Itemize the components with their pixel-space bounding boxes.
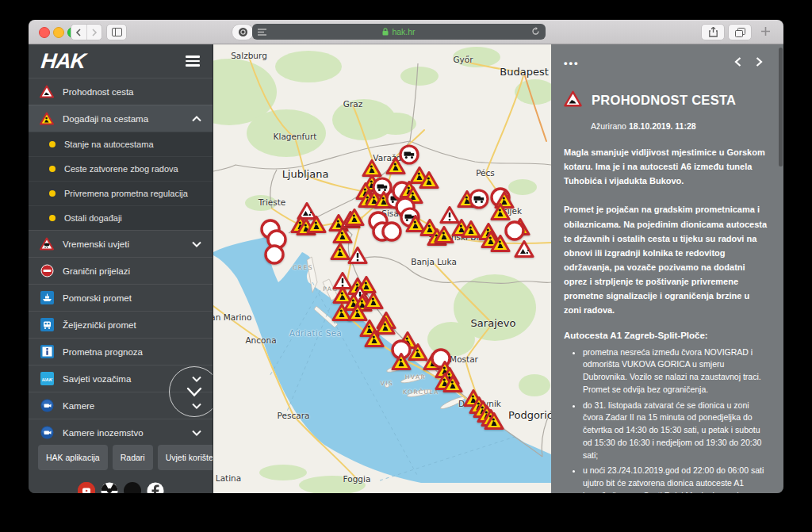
sidebar-subitem-label: Ostali događaji [64, 213, 122, 223]
sidebar-item-label: Prometna prognoza [63, 347, 201, 357]
prev-report-button[interactable] [734, 55, 741, 70]
radari-button[interactable]: Radari [113, 445, 153, 470]
map-marker-closure[interactable] [381, 221, 403, 246]
steering-wheel-icon[interactable] [101, 482, 118, 493]
tab-overview-button[interactable] [728, 24, 752, 40]
more-options-icon[interactable]: ••• [564, 57, 580, 69]
social-icons [29, 482, 213, 493]
scroll-down-circle-button[interactable] [169, 366, 213, 417]
train-icon [40, 318, 54, 332]
traffic-map[interactable]: SalzburgGyőrBudapestGrazKlagenfurtLjublj… [213, 44, 551, 493]
report-bullet: do 31. listopada zatvarat će se dionica … [583, 400, 769, 462]
report-panel: ••• PROHODNOST CESTA [551, 44, 783, 493]
sidebar-item-label: Vremenski uvjeti [63, 239, 183, 249]
sidebar-subitem-label: Privremena prometna regulacija [64, 189, 188, 198]
weather-warning-icon [40, 237, 54, 251]
url-text: hak.hr [392, 27, 415, 36]
map-marker-rockfall[interactable] [514, 239, 534, 262]
sidebar-item-label: Kamere inozemstvo [63, 428, 183, 438]
sidebar-item-zeljeznicki-promet[interactable]: Željeznički promet [29, 311, 213, 338]
reload-icon[interactable] [531, 25, 540, 39]
back-button[interactable] [71, 25, 87, 40]
sidebar-item-label: Događaji na cestama [63, 114, 183, 124]
sidebar-subitem-label: Ceste zatvorene zbog radova [64, 164, 178, 174]
sidebar-item-pomorski-promet[interactable]: Pomorski promet [29, 284, 213, 311]
map-marker-roadwork[interactable] [306, 215, 327, 237]
bullet-dot-icon [49, 166, 56, 172]
sidebar-subitem-privremena-regulacija[interactable]: Privremena prometna regulacija [29, 181, 213, 205]
extension-button[interactable] [232, 24, 254, 40]
panel-title: PROHODNOST CESTA [592, 93, 736, 108]
sidebar-subitem-ceste-zatvorene[interactable]: Ceste zatvorene zbog radova [29, 156, 213, 181]
map-marker-truck-ban[interactable] [399, 144, 420, 169]
map-marker-roadwork[interactable] [442, 374, 463, 396]
twitter-icon[interactable] [124, 482, 141, 493]
panel-scrollbar[interactable] [779, 48, 783, 166]
svg-text:HAK: HAK [42, 377, 53, 382]
chevron-down-icon [192, 239, 201, 249]
rockfall-warning-icon [40, 85, 54, 99]
map-marker-closure[interactable] [264, 244, 285, 269]
map-marker-truck-ban[interactable] [469, 189, 490, 213]
report-bullet: u noći 23./24.10.2019.god od 22:00 do 06… [583, 465, 769, 493]
intro-paragraph-2: Promet je pojačan na gradskim prometnica… [564, 202, 769, 317]
bullet-dot-icon [49, 141, 56, 147]
map-marker-warning[interactable] [347, 246, 368, 268]
browser-window: hak.hr HAK Proho [29, 20, 783, 493]
section-heading: Autocesta A1 Zagreb-Split-Ploče: [564, 331, 769, 340]
sidebar-submenu: Stanje na autocestama Ceste zatvorene zb… [29, 132, 213, 230]
camera-globe-icon [40, 399, 54, 413]
sidebar-toggle-button[interactable] [106, 24, 127, 40]
map-marker-roadwork[interactable] [344, 208, 365, 230]
sidebar-item-label: Željeznički promet [63, 320, 201, 330]
lock-icon [382, 28, 389, 36]
ship-icon [40, 291, 54, 305]
sidebar-item-label: Savjeti vozačima [63, 374, 183, 384]
roadwork-warning-icon [40, 112, 54, 126]
next-report-button[interactable] [756, 55, 763, 70]
map-marker-roadwork[interactable] [484, 411, 504, 434]
address-bar[interactable]: hak.hr [252, 24, 546, 40]
hak-app-button[interactable]: HAK aplikacija [38, 445, 108, 470]
share-button[interactable] [701, 24, 725, 40]
bullet-dot-icon [49, 190, 56, 197]
sidebar: HAK Prohodnost cesta Događaji na cestama [29, 44, 213, 493]
hak-logo[interactable]: HAK [40, 49, 86, 74]
sidebar-item-prohodnost-cesta[interactable]: Prohodnost cesta [29, 78, 213, 105]
youtube-icon[interactable] [78, 482, 95, 493]
sidebar-subitem-label: Stanje na autocestama [64, 140, 154, 149]
updated-timestamp: Ažurirano18.10.2019. 11:28 [591, 121, 769, 131]
facebook-icon[interactable] [147, 482, 164, 493]
info-icon [40, 345, 54, 359]
close-window-button[interactable] [39, 27, 50, 38]
browser-titlebar: hak.hr [29, 20, 783, 44]
map-marker-roadwork[interactable] [364, 329, 385, 351]
sidebar-item-kamere-inozemstvo[interactable]: Kamere inozemstvo [29, 419, 213, 446]
reader-list-icon[interactable] [258, 25, 266, 39]
sidebar-item-prometna-prognoza[interactable]: Prometna prognoza [29, 338, 213, 365]
terms-button[interactable]: Uvjeti korištenja [158, 445, 213, 470]
nav-buttons [71, 24, 102, 40]
sidebar-item-label: Granični prijelazi [63, 266, 201, 276]
sidebar-subitem-ostali-dogadjaji[interactable]: Ostali događaji [29, 205, 213, 230]
sidebar-item-label: Prohodnost cesta [63, 87, 201, 97]
intro-paragraph-1: Magla smanjuje vidljivost mjestimice u G… [564, 145, 769, 188]
sidebar-subitem-stanje-na-autocestama[interactable]: Stanje na autocestama [29, 132, 213, 156]
hamburger-menu-icon[interactable] [186, 53, 200, 69]
section-a1: Autocesta A1 Zagreb-Split-Ploče: prometn… [564, 331, 769, 493]
chevron-down-icon [192, 428, 201, 438]
chevron-up-icon [192, 114, 201, 124]
sidebar-item-label: Kamere [63, 401, 183, 411]
report-bullet: prometna nesreća između čvora NOVIGRAD i… [583, 346, 769, 396]
minimize-window-button[interactable] [53, 27, 64, 38]
sidebar-item-dogadjaji-na-cestama[interactable]: Događaji na cestama [29, 105, 213, 132]
sidebar-item-vremenski-uvjeti[interactable]: Vremenski uvjeti [29, 230, 213, 257]
forward-button[interactable] [87, 25, 102, 40]
hak-badge-icon: HAK [40, 372, 54, 386]
map-marker-roadwork[interactable] [391, 352, 412, 374]
sidebar-item-label: Pomorski promet [63, 293, 201, 303]
sidebar-item-granicni-prijelazi[interactable]: Granični prijelazi [29, 257, 213, 284]
new-tab-button[interactable] [755, 24, 776, 39]
no-entry-icon [40, 264, 54, 278]
camera-globe-icon [40, 426, 54, 440]
